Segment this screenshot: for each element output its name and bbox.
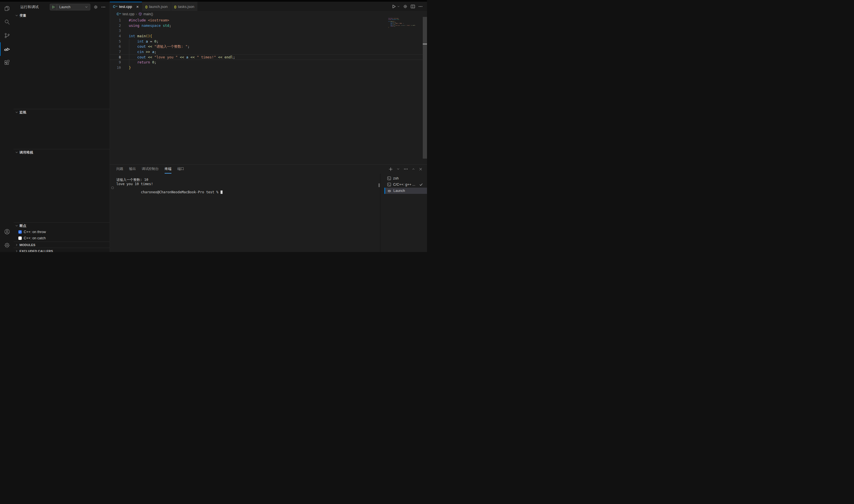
breadcrumb-file[interactable]: test.cpp (123, 12, 135, 16)
terminal-scrollbar-thumb[interactable] (379, 183, 380, 187)
bottom-panel: 问题输出调试控制台终端端口 (110, 164, 427, 252)
chevron-down-icon (15, 151, 18, 154)
tab-label: launch.json (149, 4, 168, 9)
terminal-profile-dropdown[interactable] (397, 167, 400, 171)
ellipsis-icon (101, 5, 106, 9)
code-line-4[interactable]: 4int main(){ (110, 34, 427, 39)
terminal-list: zshC/C++: g++ ...Launch (380, 174, 427, 252)
split-editor-button[interactable] (411, 4, 415, 9)
activity-accounts[interactable] (0, 225, 14, 238)
debug-settings-button[interactable] (93, 5, 98, 9)
editor-tab-tasks.json[interactable]: {}tasks.json (171, 2, 198, 11)
new-terminal-button[interactable] (388, 167, 393, 171)
breakpoint-row[interactable]: ✓C++: on throw (14, 229, 109, 235)
overview-ruler-cursor-marker (423, 43, 427, 44)
line-number: 2 (110, 23, 121, 29)
panel-tab-终端[interactable]: 终端 (164, 164, 171, 174)
close-panel-button[interactable] (419, 167, 422, 171)
code-line-6[interactable]: 6 cout << "请输入一个整数: "; (110, 44, 427, 49)
editor-tab-launch.json[interactable]: {}launch.json (142, 2, 171, 11)
code-line-9[interactable]: 9 return 0; (110, 60, 427, 65)
sidebar-more-button[interactable] (101, 5, 106, 9)
code-line-7[interactable]: 7 cin >> a; (110, 49, 427, 55)
section-header[interactable]: 变量 (14, 13, 109, 19)
gear-icon (93, 5, 98, 9)
play-icon (52, 5, 55, 9)
code-line-text: cout << "love you " << a << " times!" <<… (121, 55, 235, 59)
code-line-3[interactable]: 3 (110, 28, 427, 34)
section-header[interactable]: MODULES (14, 242, 109, 248)
start-debug-button[interactable] (50, 4, 57, 10)
ellipsis-icon (404, 167, 408, 171)
run-debug-sidebar: 运行和调试 Launch 变量监视调用堆栈断点✓C++: on throwC++… (14, 2, 110, 252)
terminal-prompt-line[interactable]: charoneo@CharonNeodeMacBook-Pro test % (110, 186, 380, 198)
terminal-list-item-zsh[interactable]: zsh (384, 175, 427, 181)
check-icon (419, 183, 423, 186)
editor-more-button[interactable] (418, 4, 423, 9)
terminal-list-label: C/C++: g++ ... (393, 183, 415, 186)
sidebar-section-3: 调用堆栈 (14, 149, 109, 222)
panel-tab-输出[interactable]: 输出 (129, 164, 136, 174)
activity-extensions[interactable] (0, 56, 14, 69)
maximize-panel-button[interactable] (412, 167, 415, 171)
code-line-1[interactable]: 1#include <iostream> (110, 18, 427, 23)
breakpoint-row[interactable]: C++: on catch (14, 235, 109, 241)
breadcrumb-symbol[interactable]: main() (143, 12, 153, 16)
line-number: 5 (110, 39, 121, 44)
code-line-8[interactable]: 8 cout << "love you " << a << " times!" … (110, 54, 427, 60)
terminal-list-item-Launch[interactable]: Launch (384, 188, 427, 194)
code-line-2[interactable]: 2using namespace std; (110, 23, 427, 29)
panel-tab-端口[interactable]: 端口 (177, 164, 184, 174)
breakpoint-checkbox[interactable] (18, 236, 22, 240)
close-tab-icon[interactable]: × (136, 4, 139, 9)
code-line-10[interactable]: 10} (110, 65, 427, 71)
breakpoint-label: C++: on throw (24, 230, 46, 234)
vscode-window: { "accent": "#0078d4", "activity_bar": {… (0, 0, 427, 252)
panel-tab-问题[interactable]: 问题 (116, 164, 123, 174)
section-header[interactable]: 监视 (14, 109, 109, 115)
terminal-list-label: Launch (394, 189, 405, 193)
activity-search[interactable] (0, 15, 14, 29)
code-line-5[interactable]: 5 int a = 0; (110, 39, 427, 44)
editor-tab-test.cpp[interactable]: C++test.cpp× (110, 2, 142, 11)
account-icon (4, 228, 11, 235)
breadcrumb-separator: › (136, 12, 137, 16)
tab-bar-spacer (198, 2, 392, 11)
run-cpp-button[interactable] (392, 4, 400, 9)
gear-icon (403, 4, 407, 9)
terminal-line: love you 10 times! (110, 182, 380, 186)
terminal-line: 请输入一个整数: 10 (110, 178, 380, 182)
section-header[interactable]: EXCLUDED CALLERS (14, 248, 109, 252)
panel-body: 请输入一个整数: 10love you 10 times! charoneo@C… (110, 174, 427, 252)
activity-bar (0, 2, 14, 252)
panel-more-button[interactable] (404, 167, 408, 171)
activity-explorer[interactable] (0, 2, 14, 15)
source-control-icon (4, 32, 11, 39)
editor-scrollbar[interactable] (423, 17, 427, 159)
code-editor[interactable]: 1#include <iostream>2using namespace std… (110, 17, 427, 164)
chevron-down-icon (397, 5, 400, 8)
terminal-output[interactable]: 请输入一个整数: 10love you 10 times! charoneo@C… (110, 174, 380, 252)
panel-tab-调试控制台[interactable]: 调试控制台 (142, 164, 159, 174)
sidebar-sections: 变量监视调用堆栈断点✓C++: on throwC++: on catchMOD… (14, 13, 109, 252)
code-line-text (121, 28, 129, 34)
activity-run-and-debug[interactable] (0, 42, 14, 56)
sidebar-section-2: 监视 (14, 109, 109, 149)
minimap[interactable]: #include <iostream>using namespace std; … (388, 18, 415, 28)
terminal-list-label: zsh (393, 176, 399, 180)
section-header[interactable]: 调用堆栈 (14, 149, 109, 156)
activity-source-control[interactable] (0, 29, 14, 42)
breakpoint-checkbox[interactable]: ✓ (18, 230, 22, 234)
code-line-text: cin >> a; (121, 49, 156, 55)
activity-settings[interactable] (0, 238, 14, 252)
extensions-icon (4, 59, 11, 66)
command-decoration-icon[interactable] (111, 186, 114, 189)
editor-settings-button[interactable] (403, 4, 407, 9)
code-line-text: cout << "请输入一个整数: "; (121, 44, 190, 49)
debug-config-dropdown[interactable]: Launch (50, 4, 90, 11)
sidebar-section-5: MODULES (14, 241, 109, 248)
section-label: MODULES (19, 243, 35, 247)
breadcrumb: C++ test.cpp › main() (110, 11, 427, 17)
terminal-list-item-C/C++: g++ ...[interactable]: C/C++: g++ ... (384, 181, 427, 188)
section-header[interactable]: 断点 (14, 223, 109, 229)
